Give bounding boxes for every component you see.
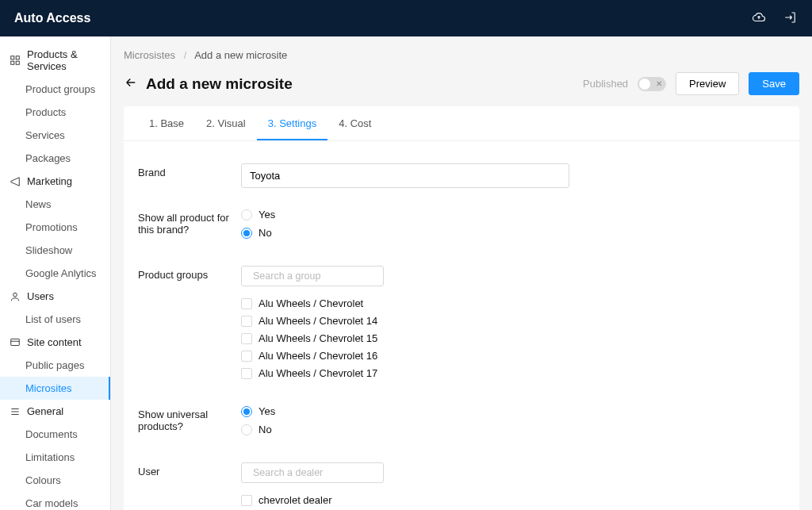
radio-label: Yes	[259, 405, 275, 417]
show-all-label: Show all product for this brand?	[138, 209, 241, 245]
sidebar-item-microsites[interactable]: Microsites	[0, 377, 110, 400]
form-card: 1. Base 2. Visual 3. Settings 4. Cost Br…	[124, 106, 799, 510]
sidebar-item-product-groups[interactable]: Product groups	[0, 78, 110, 101]
svg-rect-1	[16, 56, 19, 59]
tab-settings[interactable]: 3. Settings	[257, 106, 327, 140]
breadcrumb-current: Add a new microsite	[194, 49, 287, 61]
svg-rect-3	[16, 61, 19, 64]
sidebar-label: Products & Services	[27, 48, 101, 72]
product-group-label: Alu Wheels / Chevrolet 15	[259, 332, 377, 344]
page-header: Add a new microsite Published Preview Sa…	[124, 72, 799, 95]
topbar: Auto Access	[0, 0, 812, 36]
show-all-no-row[interactable]: No	[241, 227, 669, 239]
published-toggle[interactable]	[638, 77, 666, 91]
sidebar-label: General	[27, 405, 63, 417]
svg-rect-5	[11, 339, 20, 345]
product-group-row[interactable]: Alu Wheels / Chevrolet	[241, 297, 669, 309]
checkbox-icon	[241, 298, 252, 309]
breadcrumb-sep: /	[184, 49, 187, 61]
product-group-row[interactable]: Alu Wheels / Chevrolet 14	[241, 315, 669, 327]
sidebar-item-colours[interactable]: Colours	[0, 469, 110, 492]
sidebar-item-promotions[interactable]: Promotions	[0, 216, 110, 239]
checkbox-icon	[241, 351, 252, 362]
checkbox-icon	[241, 368, 252, 379]
tabs: 1. Base 2. Visual 3. Settings 4. Cost	[124, 106, 799, 141]
sidebar-item-services[interactable]: Services	[0, 124, 110, 147]
svg-point-4	[13, 293, 17, 297]
sidebar-item-list-of-users[interactable]: List of users	[0, 308, 110, 331]
user-label: User	[138, 462, 241, 510]
form: Brand Show all product for this brand? Y…	[124, 141, 799, 510]
breadcrumb: Microsistes / Add a new microsite	[124, 49, 799, 61]
radio-icon	[241, 228, 252, 239]
radio-icon	[241, 424, 252, 435]
sidebar-item-google-analytics[interactable]: Google Anlytics	[0, 262, 110, 285]
sidebar-item-limitations[interactable]: Limitations	[0, 446, 110, 469]
product-group-label: Alu Wheels / Chevrolet 14	[259, 315, 377, 327]
product-group-label: Alu Wheels / Chevrolet 16	[259, 350, 377, 362]
show-universal-no-row[interactable]: No	[241, 424, 669, 435]
back-icon[interactable]	[124, 75, 138, 92]
sidebar-section-marketing[interactable]: Marketing	[0, 170, 110, 193]
sidebar-item-products[interactable]: Products	[0, 101, 110, 124]
product-group-row[interactable]: Alu Wheels / Chevrolet 17	[241, 367, 669, 379]
preview-button[interactable]: Preview	[676, 72, 739, 95]
app-title: Auto Access	[14, 11, 90, 25]
tab-base[interactable]: 1. Base	[138, 106, 195, 140]
logout-icon[interactable]	[783, 10, 798, 27]
save-button[interactable]: Save	[749, 72, 799, 95]
product-group-label: Alu Wheels / Chevrolet	[259, 297, 363, 309]
radio-label: No	[259, 424, 272, 435]
radio-icon	[241, 209, 252, 220]
sidebar-label: Users	[27, 290, 54, 302]
sidebar-label: Site content	[27, 336, 82, 348]
checkbox-icon	[241, 495, 252, 506]
cloud-icon[interactable]	[752, 10, 766, 27]
search-dealer-input[interactable]	[253, 467, 377, 478]
product-groups-label: Product groups	[138, 266, 241, 385]
show-universal-yes-row[interactable]: Yes	[241, 405, 669, 417]
dealer-row[interactable]: chevrolet dealer	[241, 494, 669, 506]
checkbox-icon	[241, 333, 252, 344]
checkbox-icon	[241, 316, 252, 327]
sidebar-section-users[interactable]: Users	[0, 285, 110, 308]
sidebar-item-public-pages[interactable]: Public pages	[0, 354, 110, 377]
brand-input[interactable]	[241, 163, 569, 188]
product-group-label: Alu Wheels / Chevrolet 17	[259, 367, 377, 379]
main-content: Microsistes / Add a new microsite Add a …	[111, 36, 812, 510]
search-dealer-wrap[interactable]	[241, 462, 384, 483]
show-universal-label: Show universal products?	[138, 405, 241, 442]
radio-label: No	[259, 227, 272, 239]
show-all-yes-row[interactable]: Yes	[241, 209, 669, 220]
sidebar-section-site-content[interactable]: Site content	[0, 331, 110, 354]
sidebar-item-documents[interactable]: Documents	[0, 423, 110, 446]
page-title: Add a new microsite	[146, 75, 293, 93]
sidebar-item-news[interactable]: News	[0, 193, 110, 216]
sidebar-item-packages[interactable]: Packages	[0, 147, 110, 170]
dealer-label: chevrolet dealer	[259, 494, 332, 506]
radio-label: Yes	[259, 209, 275, 220]
tab-cost[interactable]: 4. Cost	[327, 106, 382, 140]
topbar-icons	[752, 10, 798, 27]
svg-rect-0	[11, 56, 14, 59]
sidebar-section-products-services[interactable]: Products & Services	[0, 43, 110, 78]
sidebar-item-slideshow[interactable]: Slideshow	[0, 239, 110, 262]
breadcrumb-root[interactable]: Microsistes	[124, 49, 175, 61]
sidebar-section-general[interactable]: General	[0, 400, 110, 423]
brand-label: Brand	[138, 163, 241, 188]
sidebar-item-car-models[interactable]: Car models	[0, 492, 110, 510]
search-group-input[interactable]	[253, 270, 377, 282]
sidebar-label: Marketing	[27, 175, 72, 187]
sidebar: Products & Services Product groups Produ…	[0, 36, 111, 510]
tab-visual[interactable]: 2. Visual	[195, 106, 257, 140]
product-group-row[interactable]: Alu Wheels / Chevrolet 16	[241, 350, 669, 362]
product-group-row[interactable]: Alu Wheels / Chevrolet 15	[241, 332, 669, 344]
published-label: Published	[583, 78, 628, 90]
search-group-wrap[interactable]	[241, 266, 384, 286]
radio-icon	[241, 406, 252, 417]
svg-rect-2	[11, 61, 14, 64]
